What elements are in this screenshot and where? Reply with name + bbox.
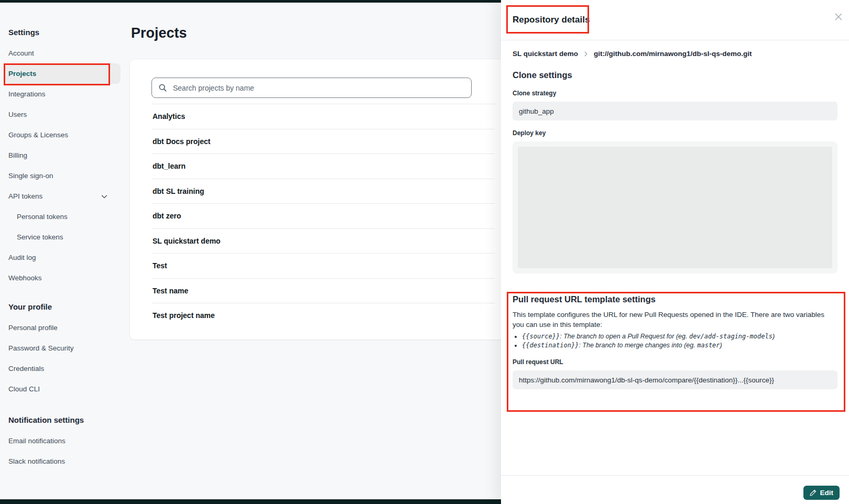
pr-template-description: This template configures the URL for new…: [513, 310, 827, 330]
chevron-down-icon: [101, 193, 108, 200]
sidebar-item-label: API tokens: [8, 192, 42, 200]
projects-main: Projects Analytics dbt Docs project dbt_…: [130, 3, 507, 339]
sidebar-item-personal-tokens[interactable]: Personal tokens: [0, 206, 130, 227]
list-item-source-variable: {{source}}: The branch to open a Pull Re…: [522, 332, 837, 341]
pencil-icon: [810, 489, 817, 496]
project-search[interactable]: [151, 78, 472, 98]
pull-request-url-label: Pull request URL: [513, 358, 837, 366]
deploy-key-redacted-value: [518, 147, 832, 268]
sidebar-item-password-security[interactable]: Password & Security: [0, 338, 130, 358]
sidebar-item-email-notifications[interactable]: Email notifications: [0, 431, 130, 451]
close-icon[interactable]: [834, 13, 843, 21]
pull-request-url-template-section: Pull request URL template settings This …: [513, 293, 837, 389]
search-input[interactable]: [172, 83, 465, 93]
sidebar-item-slack-notifications[interactable]: Slack notifications: [0, 451, 130, 472]
project-row-dbt-zero[interactable]: dbt zero: [151, 203, 495, 228]
sidebar-item-groups-licenses[interactable]: Groups & Licenses: [0, 125, 130, 145]
project-row-analytics[interactable]: Analytics: [151, 104, 495, 129]
clone-strategy-value: github_app: [513, 102, 837, 120]
panel-title: Repository details: [513, 15, 590, 25]
sidebar-item-single-sign-on[interactable]: Single sign-on: [0, 166, 130, 186]
sidebar-item-credentials[interactable]: Credentials: [0, 358, 130, 379]
breadcrumb: SL quickstart demo git://github.com/mirn…: [513, 50, 837, 58]
sidebar-item-projects[interactable]: Projects: [5, 63, 121, 84]
sidebar-item-billing[interactable]: Billing: [0, 145, 130, 166]
repository-details-panel: Repository details SL quickstart demo gi…: [501, 0, 849, 504]
project-row-sl-quickstart-demo[interactable]: SL quickstart demo: [151, 228, 495, 254]
project-row-test[interactable]: Test: [151, 253, 495, 278]
breadcrumb-repo-url: git://github.com/mirnawong1/db-sl-qs-dem…: [594, 50, 752, 58]
deploy-key-field: [513, 141, 837, 273]
sidebar-section-notification-settings: Notification settings: [8, 415, 130, 425]
panel-footer: Edit: [501, 475, 849, 504]
project-row-test-name[interactable]: Test name: [151, 278, 495, 303]
pr-template-variables-list: {{source}}: The branch to open a Pull Re…: [513, 332, 837, 349]
panel-header: Repository details: [501, 0, 849, 40]
project-row-dbt-sl-training[interactable]: dbt SL training: [151, 179, 495, 204]
sidebar-item-api-tokens[interactable]: API tokens: [0, 186, 130, 206]
sidebar-item-account[interactable]: Account: [0, 43, 130, 63]
settings-sidebar: Settings Account Projects Integrations U…: [0, 3, 130, 472]
page-title: Projects: [131, 25, 507, 41]
sidebar-item-audit-log[interactable]: Audit log: [0, 247, 130, 268]
search-icon: [158, 83, 167, 92]
sidebar-item-service-tokens[interactable]: Service tokens: [0, 227, 130, 247]
list-item-destination-variable: {{destination}}: The branch to merge cha…: [522, 341, 837, 349]
projects-card: Analytics dbt Docs project dbt_learn dbt…: [130, 59, 507, 339]
sidebar-section-settings: Settings: [8, 27, 130, 38]
sidebar-item-integrations[interactable]: Integrations: [0, 84, 130, 104]
sidebar-item-cloud-cli[interactable]: Cloud CLI: [0, 379, 130, 399]
breadcrumb-project[interactable]: SL quickstart demo: [513, 50, 578, 58]
edit-button[interactable]: Edit: [803, 486, 840, 500]
clone-settings-heading: Clone settings: [513, 69, 837, 81]
sidebar-item-users[interactable]: Users: [0, 104, 130, 125]
sidebar-item-personal-profile[interactable]: Personal profile: [0, 317, 130, 338]
chevron-right-icon: [583, 51, 589, 57]
pr-template-heading: Pull request URL template settings: [513, 293, 837, 305]
edit-button-label: Edit: [820, 489, 834, 497]
project-row-test-project-name[interactable]: Test project name: [151, 303, 495, 328]
project-row-dbt-learn[interactable]: dbt_learn: [151, 154, 495, 179]
sidebar-section-your-profile: Your profile: [8, 302, 130, 312]
panel-body: SL quickstart demo git://github.com/mirn…: [501, 50, 849, 389]
pull-request-url-value: https://github.com/mirnawong1/db-sl-qs-d…: [513, 370, 837, 389]
project-row-dbt-docs-project[interactable]: dbt Docs project: [151, 129, 495, 154]
sidebar-item-webhooks[interactable]: Webhooks: [0, 268, 130, 288]
clone-strategy-label: Clone strategy: [513, 90, 837, 97]
project-list: Analytics dbt Docs project dbt_learn dbt…: [151, 104, 495, 328]
deploy-key-label: Deploy key: [513, 129, 837, 137]
